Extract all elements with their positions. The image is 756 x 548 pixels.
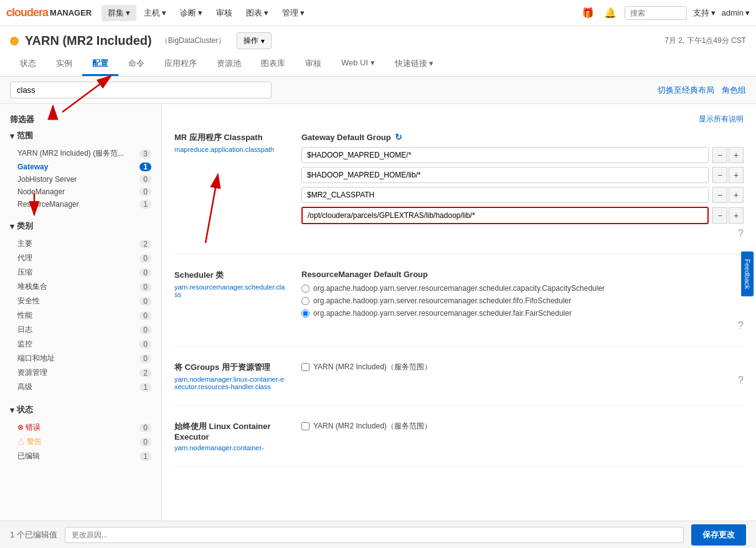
cloudera-logo: cloudera	[6, 6, 48, 19]
sidebar-cat-main[interactable]: 主要 2	[10, 237, 151, 251]
config-control-mr-classpath: Gateway Default Group ↻ − + − +	[301, 132, 744, 239]
help-icon-cgroups[interactable]: ?	[301, 375, 744, 386]
refresh-icon[interactable]: ↻	[395, 132, 402, 142]
sidebar-status-error[interactable]: ⊗ 错误 0	[10, 420, 151, 435]
sidebar-scope-yarn[interactable]: YARN (MR2 Included) (服务范... 3	[10, 146, 151, 161]
tab-instances[interactable]: 实例	[46, 53, 82, 76]
gift-icon[interactable]: 🎁	[580, 5, 596, 21]
sidebar-status-section: ▾ 状态 ⊗ 错误 0 △ 警告 0 已编辑 1	[10, 404, 151, 463]
config-label-linux-container: 始终使用 Linux Container Executor yarn.nodem…	[174, 421, 286, 451]
tab-applications[interactable]: 应用程序	[154, 53, 207, 76]
sidebar-status-edited[interactable]: 已编辑 1	[10, 449, 151, 463]
show-all-hint[interactable]: 显示所有说明	[174, 114, 744, 125]
sidebar-scope-gateway[interactable]: Gateway 1	[10, 161, 151, 173]
role-group-link[interactable]: 角色组	[722, 85, 746, 96]
tab-status[interactable]: 状态	[10, 53, 46, 76]
add-btn-0[interactable]: +	[729, 147, 744, 163]
add-btn-1[interactable]: +	[729, 167, 744, 183]
tab-web-ui[interactable]: Web UI ▾	[331, 53, 385, 76]
sidebar-cat-advanced[interactable]: 高级 1	[10, 380, 151, 394]
operations-button[interactable]: 操作 ▾	[237, 32, 272, 49]
feedback-tab[interactable]: Feedback	[741, 252, 754, 296]
nav-diagnostics[interactable]: 诊断 ▾	[174, 5, 209, 21]
nav-cluster[interactable]: 群集 ▾	[102, 5, 136, 21]
switch-layout-link[interactable]: 切换至经典布局	[658, 85, 714, 96]
edited-count-text: 1 个已编辑值	[10, 529, 57, 541]
sidebar-cat-monitor[interactable]: 监控 0	[10, 337, 151, 351]
sidebar-scope-nodemanager[interactable]: NodeManager 0	[10, 186, 151, 198]
status-collapse-btn[interactable]: ▾ 状态	[10, 404, 151, 415]
classpath-input-1[interactable]	[301, 167, 709, 183]
config-label-scheduler: Scheduler 类 yarn.resourcemanager.schedul…	[174, 270, 286, 331]
service-header: YARN (MR2 Included) （BigDataCluster） 操作 …	[0, 26, 756, 77]
config-group-label-gateway: Gateway Default Group ↻	[301, 132, 744, 142]
change-reason-input[interactable]	[65, 527, 684, 543]
radio-fifo-input[interactable]	[301, 297, 309, 305]
category-collapse-btn[interactable]: ▾ 类别	[10, 220, 151, 232]
service-status-dot	[10, 37, 19, 45]
remove-btn-2[interactable]: −	[712, 187, 727, 203]
radio-fair: org.apache.hadoop.yarn.server.resourcema…	[301, 309, 744, 318]
linux-container-checkbox-item: YARN (MR2 Included)（服务范围）	[301, 421, 744, 432]
top-navigation: cloudera MANAGER 群集 ▾ 主机 ▾ 诊断 ▾ 审核 图表 ▾ …	[0, 0, 756, 26]
sidebar-cat-proxy[interactable]: 代理 0	[10, 251, 151, 265]
sidebar-scope-section: ▾ 范围 YARN (MR2 Included) (服务范... 3 Gatew…	[10, 130, 151, 210]
add-btn-3[interactable]: +	[729, 207, 744, 224]
classpath-input-0[interactable]	[301, 147, 709, 163]
tab-audit[interactable]: 审核	[295, 53, 331, 76]
add-btn-2[interactable]: +	[729, 187, 744, 203]
service-title: YARN (MR2 Included)	[25, 34, 152, 48]
nav-host[interactable]: 主机 ▾	[138, 5, 172, 21]
config-toolbar: 切换至经典布局 角色组	[0, 77, 756, 104]
global-search-input[interactable]	[625, 6, 687, 20]
nav-audit[interactable]: 审核	[210, 5, 239, 21]
radio-capacity-input[interactable]	[301, 285, 309, 293]
support-menu[interactable]: 支持 ▾	[693, 7, 716, 19]
sidebar-cat-ports[interactable]: 端口和地址 0	[10, 351, 151, 366]
radio-fair-input[interactable]	[301, 309, 309, 318]
cgroups-checkbox[interactable]	[301, 363, 309, 371]
bell-icon[interactable]: 🔔	[602, 5, 618, 21]
tab-config[interactable]: 配置	[82, 53, 118, 76]
tab-resource-pool[interactable]: 资源池	[207, 53, 251, 76]
remove-btn-0[interactable]: −	[712, 147, 727, 163]
sidebar: 筛选器 ▾ 范围 YARN (MR2 Included) (服务范... 3 G…	[0, 104, 162, 548]
nav-charts[interactable]: 图表 ▾	[240, 5, 275, 21]
sidebar-cat-compress[interactable]: 压缩 0	[10, 265, 151, 280]
admin-menu[interactable]: admin ▾	[722, 8, 750, 17]
sidebar-cat-resource[interactable]: 资源管理 2	[10, 366, 151, 380]
sidebar-cat-log[interactable]: 日志 0	[10, 323, 151, 337]
sidebar-scope-jobhistory[interactable]: JobHistory Server 0	[10, 173, 151, 186]
config-section-scheduler: Scheduler 类 yarn.resourcemanager.schedul…	[174, 270, 744, 347]
remove-btn-3[interactable]: −	[712, 207, 727, 224]
service-tabs: 状态 实例 配置 命令 应用程序 资源池 图表库 审核 Web UI ▾ 快速链…	[10, 53, 746, 76]
tab-commands[interactable]: 命令	[118, 53, 154, 76]
tab-chart-library[interactable]: 图表库	[251, 53, 295, 76]
tab-quick-links[interactable]: 快速链接 ▾	[385, 53, 444, 76]
radio-fifo: org.apache.hadoop.yarn.server.resourcema…	[301, 296, 744, 305]
remove-btn-1[interactable]: −	[712, 167, 727, 183]
service-timestamp: 7月 2, 下午1点49分 CST	[664, 35, 746, 46]
logo: cloudera MANAGER	[6, 6, 92, 19]
config-section-mr-classpath: MR 应用程序 Classpath mapreduce.application.…	[174, 132, 744, 255]
classpath-input-3[interactable]	[301, 207, 709, 224]
sidebar-cat-stack[interactable]: 堆栈集合 0	[10, 280, 151, 294]
sidebar-status-warning[interactable]: △ 警告 0	[10, 435, 151, 449]
sidebar-scope-resourcemanager[interactable]: ResourceManager 1	[10, 198, 151, 210]
sidebar-cat-performance[interactable]: 性能 0	[10, 308, 151, 323]
config-label-cgroups: 将 CGroups 用于资源管理 yarn.nodemanager.linux-…	[174, 362, 286, 390]
help-icon-classpath[interactable]: ?	[301, 228, 744, 239]
sidebar-cat-security[interactable]: 安全性 0	[10, 294, 151, 308]
linux-container-checkbox[interactable]	[301, 422, 309, 430]
sidebar-category-section: ▾ 类别 主要 2 代理 0 压缩 0 堆栈集合 0 安全性 0	[10, 220, 151, 394]
nav-manage[interactable]: 管理 ▾	[276, 5, 311, 21]
save-button[interactable]: 保存更改	[691, 524, 746, 546]
service-title-row: YARN (MR2 Included) （BigDataCluster） 操作 …	[10, 32, 746, 49]
bottom-bar: 1 个已编辑值 保存更改	[0, 521, 756, 548]
scope-collapse-btn[interactable]: ▾ 范围	[10, 130, 151, 141]
classpath-btn-group-3: − +	[712, 207, 744, 224]
help-icon-scheduler[interactable]: ?	[301, 320, 744, 331]
config-search-input[interactable]	[10, 82, 272, 98]
top-nav-menu: 群集 ▾ 主机 ▾ 诊断 ▾ 审核 图表 ▾ 管理 ▾	[102, 5, 579, 21]
classpath-input-2[interactable]	[301, 187, 709, 203]
